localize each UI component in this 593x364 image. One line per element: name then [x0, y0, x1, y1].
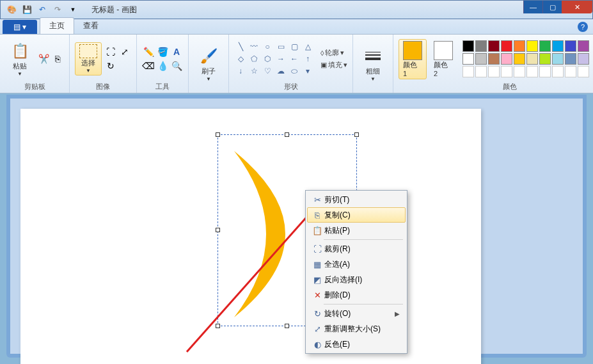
paste-button[interactable]: 📋 粘贴 ▼ [5, 39, 35, 79]
color-swatch[interactable] [539, 40, 551, 52]
color-swatch-empty[interactable] [552, 66, 564, 77]
clipboard-icon: 📋 [10, 41, 30, 61]
color-swatch[interactable] [488, 53, 500, 65]
color-swatch[interactable] [514, 40, 525, 52]
text-icon[interactable]: A [170, 45, 183, 58]
cut-icon[interactable]: ✂️ [37, 52, 50, 65]
submenu-arrow-icon: ▶ [395, 310, 400, 317]
color2-button[interactable]: 颜色 2 [429, 39, 457, 79]
color1-well [403, 41, 422, 60]
group-tools: ✏️ 🪣 A ⌫ 💧 🔍 工具 [137, 35, 189, 93]
color-swatch-empty[interactable] [526, 66, 538, 77]
ctx-paste[interactable]: 📋粘贴(P) [307, 223, 406, 238]
palette-row2[interactable] [463, 53, 589, 65]
ctx-crop[interactable]: ⛶裁剪(R) [307, 241, 406, 257]
color-swatch[interactable] [565, 53, 576, 65]
ctx-delete[interactable]: ✕删除(D) [307, 287, 406, 303]
resize-icon: ⤢ [310, 324, 324, 334]
fill-icon[interactable]: 🪣 [156, 45, 169, 58]
copy-icon: ⎘ [310, 210, 324, 220]
color-swatch[interactable] [526, 53, 538, 65]
group-image: 选择 ▼ ⛶ ⤢ ↻ 图像 [70, 35, 137, 93]
color-swatch[interactable] [475, 53, 487, 65]
ctx-rotate[interactable]: ↻旋转(O)▶ [307, 306, 406, 321]
color-swatch-empty[interactable] [488, 66, 500, 77]
ctx-invertsel[interactable]: ◩反向选择(I) [307, 272, 406, 287]
scissors-icon: ✂ [310, 195, 324, 205]
pencil-icon[interactable]: ✏️ [142, 45, 155, 58]
color-swatch[interactable] [578, 40, 589, 52]
color-swatch[interactable] [526, 40, 538, 52]
resize-icon[interactable]: ⤢ [118, 45, 131, 58]
color-swatch[interactable] [463, 53, 474, 65]
invertcolor-icon: ◐ [310, 340, 324, 349]
shape-gallery[interactable]: ╲〰○▭▢△ ◇⬠⬡→←↑ ↓☆♡☁⬭▾ [234, 41, 314, 77]
redo-icon[interactable]: ↷ [51, 3, 65, 17]
group-thickness: 粗细 ▼ [353, 35, 393, 93]
minimize-button[interactable]: — [523, 1, 542, 13]
color-swatch-empty[interactable] [501, 66, 512, 77]
invert-icon: ◩ [310, 275, 324, 285]
color-swatch[interactable] [488, 40, 500, 52]
color-swatch[interactable] [501, 40, 512, 52]
close-button[interactable]: ✕ [562, 1, 592, 13]
color-swatch[interactable] [552, 53, 564, 65]
brush-button[interactable]: 🖌️ 刷子 ▼ [194, 44, 223, 84]
color-swatch[interactable] [565, 40, 576, 52]
color-swatch[interactable] [552, 40, 564, 52]
help-icon[interactable]: ? [578, 22, 588, 32]
selectall-icon: ▦ [310, 260, 324, 269]
tab-home[interactable]: 主页 [40, 17, 74, 34]
palette-row1[interactable] [463, 40, 589, 52]
file-menu-button[interactable]: ▤ ▾ [3, 20, 37, 34]
color-swatch[interactable] [539, 53, 551, 65]
copy-icon[interactable]: ⎘ [51, 52, 64, 65]
qat-dropdown-icon[interactable]: ▼ [66, 3, 80, 17]
thickness-button[interactable]: 粗细 ▼ [358, 44, 388, 84]
work-area [6, 95, 587, 358]
window-title: 无标题 - 画图 [91, 4, 137, 15]
color-swatch-empty[interactable] [539, 66, 551, 77]
outline-icon: ◊ [320, 49, 324, 57]
palette-row3[interactable] [463, 66, 589, 77]
color-swatch-empty[interactable] [514, 66, 525, 77]
color-swatch-empty[interactable] [463, 66, 474, 77]
color-swatch[interactable] [463, 40, 474, 52]
crop-icon[interactable]: ⛶ [104, 45, 117, 58]
color-swatch-empty[interactable] [475, 66, 487, 77]
delete-icon: ✕ [310, 290, 324, 300]
rotate-icon[interactable]: ↻ [104, 59, 117, 72]
crop-icon: ⛶ [310, 244, 324, 254]
picker-icon[interactable]: 💧 [156, 59, 169, 72]
shape-fill-button[interactable]: ▣填充 ▾ [320, 60, 347, 70]
color-swatch-empty[interactable] [565, 66, 576, 77]
select-button[interactable]: 选择 ▼ [75, 42, 102, 75]
save-icon[interactable]: 💾 [20, 3, 34, 17]
color-swatch[interactable] [475, 40, 487, 52]
color1-button[interactable]: 颜色 1 [399, 39, 427, 79]
color-swatch[interactable] [578, 53, 589, 65]
group-brushes: 🖌️ 刷子 ▼ [189, 35, 229, 93]
magnifier-icon[interactable]: 🔍 [170, 59, 183, 72]
undo-icon[interactable]: ↶ [35, 3, 49, 17]
tab-strip: ▤ ▾ 主页 查看 ? [0, 19, 593, 35]
ctx-invertcolor[interactable]: ◐反色(E) [307, 336, 406, 352]
color-swatch[interactable] [514, 53, 525, 65]
ctx-selectall[interactable]: ▦全选(A) [307, 257, 406, 272]
eraser-icon[interactable]: ⌫ [142, 59, 155, 72]
svg-line-0 [187, 202, 320, 352]
maximize-button[interactable]: ▢ [542, 1, 562, 13]
ctx-cut[interactable]: ✂剪切(T) [307, 192, 406, 207]
canvas[interactable] [20, 109, 481, 364]
paste-icon: 📋 [310, 226, 324, 235]
ctx-resize[interactable]: ⤢重新调整大小(S) [307, 321, 406, 336]
thickness-icon [363, 46, 383, 67]
ctx-copy[interactable]: ⎘复制(C) [307, 207, 406, 223]
tab-view[interactable]: 查看 [74, 18, 107, 34]
window-controls: — ▢ ✕ [523, 1, 592, 13]
color-swatch-empty[interactable] [578, 66, 589, 77]
ribbon: 📋 粘贴 ▼ ✂️ ⎘ 剪贴板 选择 ▼ ⛶ ⤢ ↻ 图像 [0, 35, 593, 93]
color-swatch[interactable] [501, 53, 512, 65]
brush-icon: 🖌️ [198, 46, 219, 67]
shape-outline-button[interactable]: ◊轮廓 ▾ [320, 48, 347, 58]
